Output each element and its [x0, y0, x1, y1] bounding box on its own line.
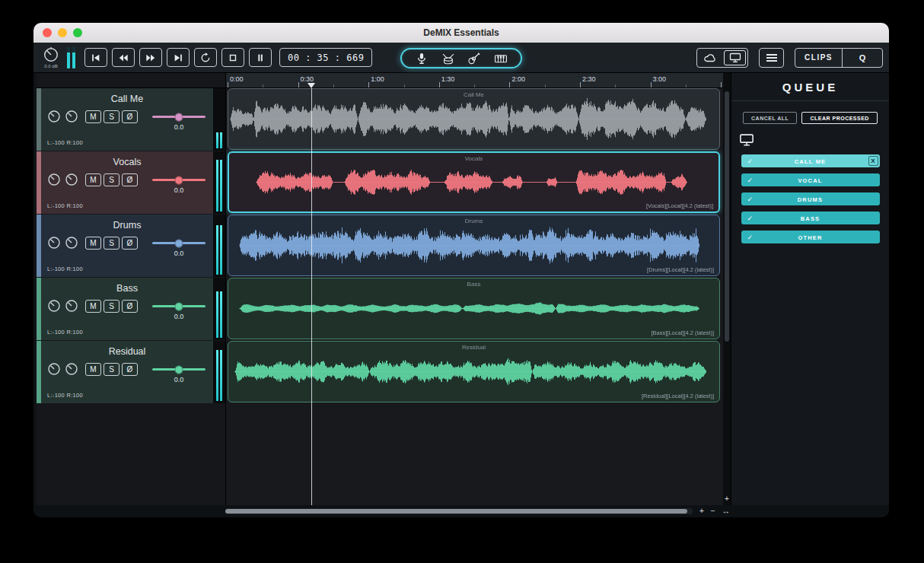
horizontal-scroll-thumb[interactable] — [225, 509, 687, 514]
slider-handle[interactable] — [175, 302, 183, 310]
mute-button[interactable]: M — [85, 363, 101, 376]
track-panel-residual[interactable]: Residual M S Ø 0.0 L:-100 R:100 — [37, 341, 225, 403]
zoom-fit-button[interactable]: ↔ — [722, 507, 730, 515]
pan-knob[interactable] — [47, 362, 61, 376]
track-panel-drums[interactable]: Drums M S Ø 0.0 L:-100 R:100 — [37, 215, 225, 277]
mute-button[interactable]: M — [85, 173, 101, 186]
mute-button[interactable]: M — [85, 110, 101, 123]
rewind-button[interactable] — [112, 48, 135, 67]
clear-processed-button[interactable]: CLEAR PROCESSED — [801, 112, 878, 124]
skip-to-start-button[interactable] — [84, 48, 107, 67]
mute-button[interactable]: M — [85, 237, 101, 250]
local-processing-button[interactable] — [722, 49, 747, 67]
queue-item-vocal[interactable]: ✓ VOCAL — [741, 173, 880, 186]
clip-vocals[interactable]: Vocals [Vocals][Local][4.2 (latest)] — [228, 151, 720, 213]
slider-handle[interactable] — [175, 239, 183, 247]
remove-queue-item-button[interactable]: X — [868, 156, 878, 166]
clip-residual[interactable]: Residual [Residual][Local][4.2 (latest)] — [228, 341, 720, 402]
vertical-zoom-in-button[interactable]: + — [723, 495, 731, 503]
gain-knob[interactable] — [65, 110, 78, 123]
timeline-label: 2:30 — [582, 75, 596, 83]
queue-item-other[interactable]: ✓ OTHER — [741, 231, 880, 243]
mute-button[interactable]: M — [85, 300, 101, 313]
fast-forward-button[interactable] — [139, 48, 162, 67]
queue-toggle-button[interactable]: Q — [843, 49, 882, 67]
microphone-icon[interactable] — [415, 52, 429, 65]
horizontal-scrollbar[interactable] — [225, 508, 693, 514]
playhead[interactable] — [311, 88, 312, 505]
phase-button[interactable]: Ø — [122, 110, 138, 123]
solo-button[interactable]: S — [104, 173, 119, 186]
vertical-scroll-thumb[interactable] — [725, 91, 729, 342]
phase-button[interactable]: Ø — [122, 363, 138, 376]
clip-drums[interactable]: Drums [Drums][Local][4.2 (latest)] — [228, 215, 720, 276]
clip-bass[interactable]: Bass [Bass][Local][4.2 (latest)] — [228, 278, 720, 339]
cloud-processing-button[interactable] — [697, 49, 722, 67]
solo-button[interactable]: S — [104, 300, 119, 313]
zoom-window-button[interactable] — [73, 28, 82, 37]
track-panel-bass[interactable]: Bass M S Ø 0.0 L:-100 R:100 — [37, 278, 225, 340]
piano-icon[interactable] — [494, 52, 508, 65]
master-volume-knob[interactable] — [43, 46, 59, 63]
gain-knob[interactable] — [65, 236, 78, 250]
slider-handle[interactable] — [175, 113, 183, 121]
timeline-ruler[interactable]: 0:000:301:001:302:002:303:003 — [226, 73, 723, 88]
drums-icon[interactable] — [441, 52, 455, 65]
skip-to-end-button[interactable] — [167, 48, 190, 67]
clip-title: Drums — [228, 218, 719, 224]
pan-range-label: L:-100 R:100 — [47, 202, 83, 209]
pan-range-label: L:-100 R:100 — [47, 139, 83, 146]
pan-knob[interactable] — [47, 173, 61, 186]
cancel-all-button[interactable]: CANCEL ALL — [743, 112, 797, 124]
solo-button[interactable]: S — [104, 110, 119, 123]
volume-slider[interactable] — [152, 368, 206, 371]
track-name: Vocals — [41, 157, 213, 167]
track-panel-call-me[interactable]: Call Me M S Ø 0.0 L:-100 R:100 — [37, 88, 225, 151]
gain-knob[interactable] — [65, 362, 78, 376]
pan-knob[interactable] — [47, 299, 61, 313]
clip-meta: [Residual][Local][4.2 (latest)] — [642, 393, 714, 399]
loop-button[interactable] — [194, 48, 217, 67]
zoom-out-button[interactable]: − — [711, 507, 715, 515]
timeline-label: 1:30 — [441, 75, 455, 83]
track-name: Bass — [41, 283, 213, 294]
guitar-icon[interactable] — [467, 52, 481, 65]
vertical-scrollbar[interactable]: + — [723, 73, 731, 505]
stop-button[interactable] — [221, 48, 244, 67]
queue-item-drums[interactable]: ✓ DRUMS — [741, 192, 880, 205]
local-device-icon — [739, 133, 889, 150]
volume-slider[interactable] — [152, 179, 206, 181]
phase-button[interactable]: Ø — [122, 173, 138, 186]
solo-button[interactable]: S — [104, 363, 119, 376]
minimize-window-button[interactable] — [58, 28, 67, 37]
phase-button[interactable]: Ø — [122, 237, 138, 250]
slider-handle[interactable] — [175, 365, 183, 374]
pause-button[interactable] — [249, 48, 272, 67]
volume-slider[interactable] — [152, 116, 206, 118]
slider-handle[interactable] — [175, 176, 183, 184]
timeline-minor-tick — [545, 84, 546, 87]
solo-button[interactable]: S — [104, 237, 119, 250]
gain-knob[interactable] — [65, 173, 78, 186]
menu-button[interactable] — [759, 48, 784, 68]
volume-slider[interactable] — [152, 242, 206, 244]
traffic-lights — [43, 28, 82, 37]
arrangement-area: 0:000:301:001:302:002:303:003 Call Me Vo… — [225, 73, 723, 505]
volume-slider[interactable] — [152, 305, 206, 307]
toolbar: 0.0 dB — [33, 43, 889, 73]
pan-knob[interactable] — [47, 236, 61, 250]
pan-knob[interactable] — [47, 110, 61, 123]
queue-item-bass[interactable]: ✓ BASS — [741, 212, 880, 224]
playhead-marker[interactable] — [307, 83, 315, 92]
queue-item-call-me[interactable]: ✓ CALL ME X — [741, 154, 880, 167]
stem-selector[interactable] — [400, 48, 522, 68]
gain-knob[interactable] — [65, 299, 78, 313]
zoom-in-button[interactable]: + — [699, 507, 704, 515]
close-window-button[interactable] — [43, 28, 52, 37]
clip-call-me[interactable]: Call Me — [228, 88, 720, 150]
timeline-minor-tick — [404, 84, 405, 87]
clips-button[interactable]: CLIPS — [795, 49, 842, 67]
master-gain-value: 0.0 dB — [44, 64, 57, 68]
phase-button[interactable]: Ø — [122, 300, 138, 313]
track-panel-vocals[interactable]: Vocals M S Ø 0.0 L:-100 R:100 — [37, 151, 225, 214]
